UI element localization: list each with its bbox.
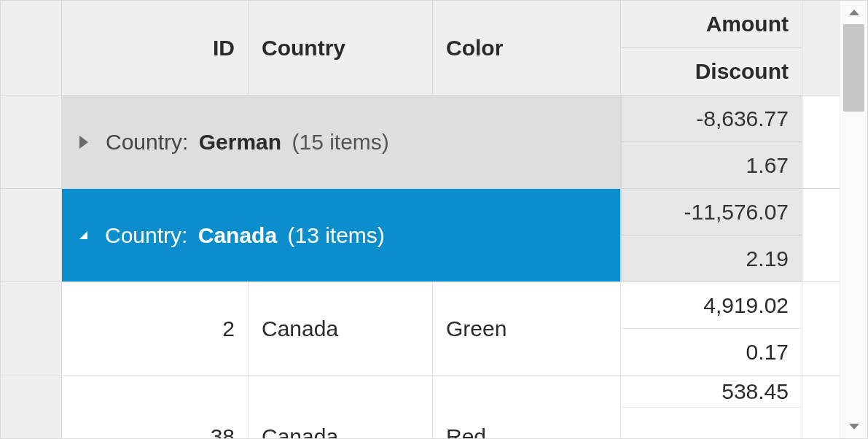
cell-country[interactable]: Canada [249, 282, 433, 375]
column-header-id[interactable]: ID [62, 1, 249, 95]
cell-id[interactable]: 2 [62, 282, 249, 375]
cell-country-text: Canada [262, 424, 338, 438]
group-field-label: Country: [105, 223, 187, 248]
group-count: (13 items) [287, 223, 384, 248]
group-aggregate: -8,636.77 1.67 [621, 96, 802, 188]
group-header[interactable]: Country: German (15 items) [62, 96, 621, 188]
cell-amount[interactable]: 538.45 [621, 376, 802, 407]
expand-collapse-icon[interactable] [79, 136, 88, 149]
vertical-scrollbar[interactable] [840, 1, 867, 438]
column-header-row: ID Country Color Amount Discount [1, 1, 840, 96]
cell-amount[interactable]: 4,919.02 [621, 282, 802, 328]
column-header-discount[interactable]: Discount [621, 47, 802, 95]
group-field-label: Country: [106, 130, 188, 155]
scroll-down-button[interactable] [840, 415, 867, 438]
expand-collapse-icon[interactable] [79, 231, 87, 239]
header-expander-spacer [1, 1, 62, 95]
group-row-canada[interactable]: Country: Canada (13 items) -11,576.07 2.… [1, 189, 840, 282]
cell-metrics: 538.45 [621, 376, 802, 438]
group-gutter [1, 189, 62, 281]
group-header[interactable]: Country: Canada (13 items) [62, 189, 621, 281]
scroll-track[interactable] [840, 24, 867, 415]
group-value: Canada [198, 223, 277, 248]
chevron-down-icon [849, 424, 859, 430]
group-count: (15 items) [292, 130, 388, 155]
group-discount: 1.67 [621, 141, 802, 188]
column-header-amount[interactable]: Amount [621, 1, 802, 47]
cell-discount[interactable] [621, 407, 802, 438]
group-aggregate: -11,576.07 2.19 [621, 189, 802, 281]
chevron-up-icon [849, 9, 859, 15]
column-header-metrics: Amount Discount [621, 1, 802, 95]
cell-id[interactable]: 38 [62, 376, 249, 438]
column-header-country[interactable]: Country [249, 1, 433, 95]
cell-id-text: 38 [211, 424, 235, 438]
table-row[interactable]: 38 Canada Red 538.45 [1, 376, 840, 438]
row-gutter [1, 282, 62, 375]
cell-color-text: Red [446, 424, 486, 438]
group-amount: -8,636.77 [621, 96, 802, 141]
cell-discount[interactable]: 0.17 [621, 328, 802, 375]
scroll-thumb[interactable] [843, 24, 864, 112]
grid-container: ID Country Color Amount Discount Country… [0, 0, 868, 439]
grid-scroll-region: ID Country Color Amount Discount Country… [1, 1, 840, 438]
group-amount: -11,576.07 [621, 189, 802, 235]
cell-country[interactable]: Canada [249, 376, 433, 438]
table-row[interactable]: 2 Canada Green 4,919.02 0.17 [1, 282, 840, 376]
group-row-german[interactable]: Country: German (15 items) -8,636.77 1.6… [1, 96, 840, 189]
row-gutter [1, 376, 62, 438]
cell-color[interactable]: Red [433, 376, 621, 438]
group-discount: 2.19 [621, 235, 802, 281]
cell-color[interactable]: Green [433, 282, 621, 375]
cell-metrics: 4,919.02 0.17 [621, 282, 802, 375]
column-header-color[interactable]: Color [433, 1, 621, 95]
scroll-up-button[interactable] [840, 1, 867, 24]
group-gutter [1, 96, 62, 188]
group-value: German [199, 130, 281, 155]
